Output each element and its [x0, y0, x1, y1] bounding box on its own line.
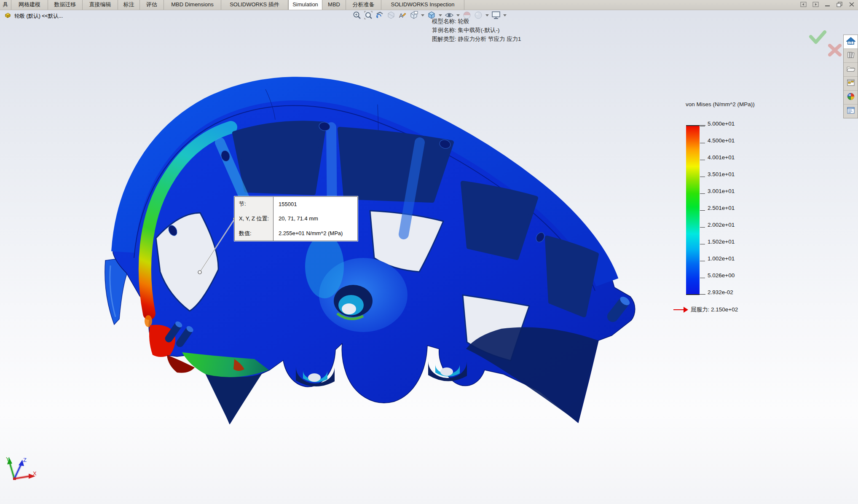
annotation-view-icon[interactable]: A	[398, 11, 407, 20]
zoom-to-area-icon[interactable]	[364, 11, 373, 20]
display-style-icon[interactable]	[427, 11, 436, 20]
zoom-to-fit-icon[interactable]	[352, 11, 362, 20]
yield-arrow-icon	[673, 309, 684, 310]
view-orientation-icon[interactable]	[409, 11, 418, 20]
section-view-icon[interactable]	[386, 11, 396, 20]
pane-collapse-left-icon[interactable]	[800, 2, 807, 7]
file-explorer-icon	[846, 65, 855, 74]
appearances-icon	[847, 92, 855, 102]
tab-evaluate[interactable]: 评估	[140, 0, 164, 10]
legend-tick: 3.501e+01	[708, 171, 735, 177]
restore-icon[interactable]	[837, 2, 843, 7]
triad-x-label: X	[33, 470, 37, 477]
tab-annotation[interactable]: 标注	[118, 0, 140, 10]
graphics-viewport[interactable]: Y Z X	[0, 0, 858, 504]
legend-tick-mark	[700, 177, 705, 177]
legend-tick: 1.502e+01	[708, 239, 735, 245]
yield-arrow-head-icon	[684, 307, 688, 313]
task-pane-design-library-button[interactable]	[844, 49, 858, 63]
tab-data-migration[interactable]: 数据迁移	[48, 0, 83, 10]
design-library-icon	[847, 51, 855, 61]
legend-tick-mark	[700, 143, 705, 143]
view-palette-icon	[847, 79, 855, 88]
close-icon[interactable]	[849, 2, 855, 7]
window-controls	[800, 2, 855, 7]
tab-partial[interactable]: 具	[0, 0, 11, 10]
minimize-icon[interactable]	[825, 2, 831, 7]
triad-z-label: Z	[23, 457, 27, 463]
legend-cap-bottom	[686, 294, 705, 295]
task-pane	[843, 35, 858, 118]
legend-tick: 4.500e+01	[708, 137, 735, 144]
dropdown-caret-icon[interactable]	[485, 14, 489, 16]
reference-triad: Y Z X	[6, 456, 37, 480]
legend-tick: 5.000e+01	[708, 121, 735, 127]
dropdown-caret-icon[interactable]	[456, 14, 460, 16]
heads-up-toolbar: A	[352, 10, 507, 20]
legend-tick-mark	[700, 126, 705, 126]
tab-direct-editing[interactable]: 直接编辑	[83, 0, 118, 10]
dropdown-caret-icon[interactable]	[439, 14, 442, 16]
apply-scene-icon[interactable]	[474, 11, 483, 20]
tab-solidworks-addins[interactable]: SOLIDWORKS 插件	[221, 0, 288, 10]
task-pane-file-explorer-button[interactable]	[844, 63, 858, 77]
custom-properties-icon	[847, 107, 855, 116]
pane-collapse-right-icon[interactable]	[812, 2, 819, 7]
dropdown-caret-icon[interactable]	[421, 14, 424, 16]
legend-title: von Mises (N/mm^2 (MPa))	[686, 101, 755, 107]
task-pane-home-button[interactable]	[844, 35, 858, 49]
plot-type-line: 图解类型: 静应力分析 节应力 应力1	[432, 35, 521, 43]
probe-callout[interactable]: 节: 155001 X, Y, Z 位置: 20, 71, 71.4 mm 数值…	[234, 196, 358, 241]
legend-tick: 3.001e+01	[708, 188, 735, 194]
solidworks-window: { "tab_bar": { "tabs": [ {"label": "具", …	[0, 0, 858, 504]
home-icon	[846, 37, 855, 47]
feature-tree-root[interactable]: 轮毂 (默认) <<默认...	[4, 12, 63, 20]
view-settings-icon[interactable]	[491, 11, 501, 20]
tab-simulation[interactable]: Simulation	[288, 0, 322, 10]
legend-tick-mark	[700, 160, 705, 160]
part-icon	[4, 12, 11, 20]
legend-tick-mark	[700, 278, 705, 278]
legend-tick-mark	[700, 227, 705, 228]
legend-tick: 5.026e+00	[708, 272, 735, 279]
legend-tick-mark	[700, 210, 705, 211]
model-cut-plate	[466, 327, 598, 423]
edit-appearance-icon[interactable]	[462, 11, 472, 20]
legend-tick-mark	[700, 261, 705, 261]
legend-tick: 2.002e+01	[708, 222, 735, 228]
tab-mesh-modeling[interactable]: 网格建模	[11, 0, 48, 10]
triad-y-label: Y	[6, 456, 10, 462]
plot-header: 模型名称: 轮毂 算例名称: 集中载荷(-默认-) 图解类型: 静应力分析 节应…	[432, 17, 521, 43]
yield-strength-row: 屈服力: 2.150e+02	[673, 306, 738, 314]
probe-value-value: 2.255e+01 N/mm^2 (MPa)	[273, 226, 357, 241]
legend-cap-top	[686, 125, 705, 126]
probe-position-value: 20, 71, 71.4 mm	[273, 212, 357, 226]
dropdown-caret-icon[interactable]	[503, 14, 507, 16]
command-manager-tab-bar: 具 网格建模 数据迁移 直接编辑 标注 评估 MBD Dimensions SO…	[0, 0, 858, 10]
task-pane-view-palette-button[interactable]	[844, 77, 858, 91]
tab-mbd-dimensions[interactable]: MBD Dimensions	[164, 0, 221, 10]
task-pane-custom-properties-button[interactable]	[844, 105, 858, 118]
feature-tree-root-label: 轮毂 (默认) <<默认...	[14, 13, 63, 20]
legend-tick: 2.932e-02	[708, 289, 733, 295]
task-pane-appearances-button[interactable]	[844, 91, 858, 105]
previous-view-icon[interactable]	[375, 11, 384, 20]
yield-strength-label: 屈服力: 2.150e+02	[691, 306, 738, 314]
probe-value-label: 数值:	[235, 226, 273, 241]
legend-tick: 4.001e+01	[708, 154, 735, 161]
legend-tick-mark	[700, 244, 705, 244]
study-name-line: 算例名称: 集中载荷(-默认-)	[432, 26, 521, 35]
legend-color-bar[interactable]	[686, 126, 700, 295]
probe-node-value: 155001	[273, 197, 357, 212]
legend-tick: 1.002e+01	[708, 255, 735, 262]
tab-analysis-prep[interactable]: 分析准备	[346, 0, 381, 10]
probe-position-label: X, Y, Z 位置:	[235, 212, 273, 226]
tab-solidworks-inspection[interactable]: SOLIDWORKS Inspection	[381, 0, 464, 10]
legend-tick: 2.501e+01	[708, 205, 735, 211]
legend-tick-mark	[700, 193, 705, 194]
tab-mbd[interactable]: MBD	[322, 0, 346, 10]
hide-show-items-icon[interactable]	[445, 11, 454, 20]
cancel-x-icon[interactable]	[830, 46, 840, 55]
probe-node-label: 节:	[235, 197, 273, 212]
accept-check-icon[interactable]	[811, 32, 825, 42]
